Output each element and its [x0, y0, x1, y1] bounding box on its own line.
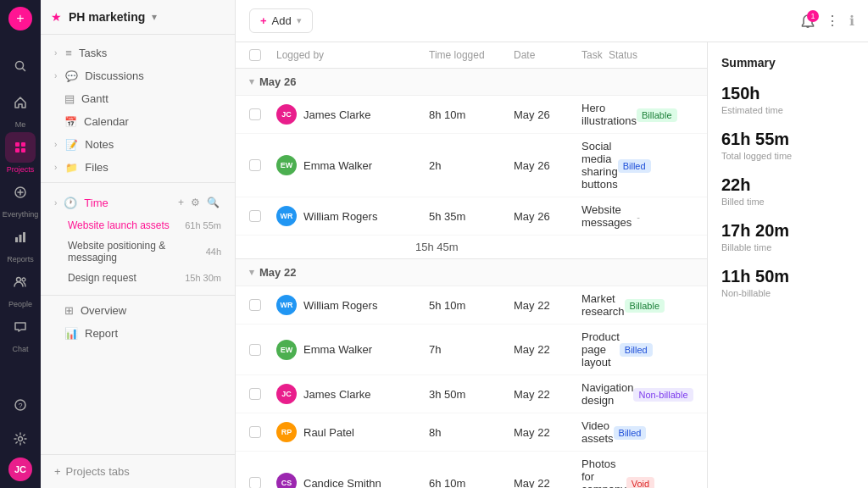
sidebar-item-discussions[interactable]: › 💬 Discussions: [41, 64, 235, 87]
people-icon[interactable]: [5, 267, 36, 297]
time-logged: 7h: [429, 343, 514, 356]
projects-icon[interactable]: [5, 132, 36, 163]
toolbar: + Add ▾ 1 ⋮ ℹ: [236, 0, 868, 42]
date: May 22: [514, 299, 581, 312]
user-avatar: WR: [276, 295, 297, 315]
col-checkbox: [249, 49, 276, 61]
svg-rect-4: [15, 148, 19, 152]
sidebar-item-gantt[interactable]: ▤ Gantt: [41, 87, 235, 110]
user-cell: EW Emma Walker: [276, 155, 429, 175]
notification-wrapper[interactable]: 1: [800, 14, 815, 29]
table-row[interactable]: JC James Clarke 3h 50m May 22 Navigation…: [236, 375, 707, 413]
row-checkbox[interactable]: [249, 388, 276, 400]
row-checkbox[interactable]: [249, 426, 276, 438]
add-button[interactable]: + Add ▾: [249, 8, 313, 33]
home-icon[interactable]: [5, 87, 36, 118]
add-projects-tabs-button[interactable]: + Projects tabs: [54, 465, 221, 478]
time-add-icon[interactable]: +: [176, 195, 186, 210]
row-checkbox[interactable]: [249, 108, 276, 120]
svg-point-10: [17, 278, 21, 282]
sidebar-item-overview[interactable]: ⊞ Overview: [41, 299, 235, 322]
row-checkbox[interactable]: [249, 299, 276, 311]
row-checkbox[interactable]: [249, 477, 276, 488]
user-avatar: JC: [276, 104, 297, 125]
user-cell: WR William Rogers: [276, 206, 429, 226]
user-cell: RP Raul Patel: [276, 422, 429, 442]
status-badge: Billed: [620, 343, 653, 357]
add-label: Add: [272, 14, 292, 27]
task: Market research: [581, 292, 625, 318]
row-checkbox[interactable]: [249, 210, 276, 222]
time-filter-icon[interactable]: ⚙: [189, 195, 202, 210]
summary-title: Summary: [721, 56, 854, 69]
me-label: Me: [15, 120, 26, 129]
table-row[interactable]: EW Emma Walker 2h May 26 Social media sh…: [236, 134, 707, 197]
status-badge: Billable: [637, 108, 676, 122]
table-row[interactable]: WR William Rogers 5h 10m May 22 Market r…: [236, 286, 707, 324]
table-row[interactable]: WR William Rogers 5h 35m May 26 Website …: [236, 197, 707, 236]
table-row[interactable]: EW Emma Walker 7h May 22 Product page la…: [236, 324, 707, 375]
time-header-left: › 🕐 Time: [54, 197, 108, 209]
table-row[interactable]: JC James Clarke 8h 10m May 26 Hero illus…: [236, 96, 707, 134]
group-total-may26: 15h 45m: [236, 236, 707, 259]
chat-icon[interactable]: [5, 312, 36, 342]
sidebar: ★ PH marketing ▾ › ≡ Tasks › 💬 Discussio…: [41, 0, 236, 488]
everything-label: Everything: [3, 210, 39, 219]
sidebar-item-files[interactable]: › 📁 Files: [41, 156, 235, 179]
svg-rect-7: [15, 237, 18, 242]
sidebar-item-tasks[interactable]: › ≡ Tasks: [41, 42, 235, 64]
info-icon[interactable]: ℹ: [849, 13, 854, 29]
everything-icon[interactable]: [5, 177, 36, 208]
help-icon[interactable]: ?: [5, 390, 36, 420]
summary-label: Total logged time: [721, 151, 854, 161]
time-header[interactable]: › 🕐 Time + ⚙ 🔍: [41, 190, 235, 215]
user-avatar[interactable]: JC: [8, 458, 32, 481]
calendar-icon: 📅: [64, 116, 77, 128]
sidebar-item-report[interactable]: 📊 Report: [41, 322, 235, 345]
add-plus-icon: +: [260, 14, 267, 27]
user-name: Raul Patel: [303, 426, 354, 439]
time-sub-item-website-launch[interactable]: Website launch assets 61h 55m: [41, 215, 235, 236]
status-badge: Void: [626, 477, 654, 489]
time-sub-item-website-positioning[interactable]: Website positioning & messaging 44h: [41, 236, 235, 268]
calendar-label: Calendar: [84, 115, 129, 128]
user-name: William Rogers: [303, 210, 377, 223]
sidebar-header[interactable]: ★ PH marketing ▾: [41, 0, 235, 35]
search-icon[interactable]: [5, 51, 36, 81]
files-icon: 📁: [65, 162, 78, 174]
notes-chevron: ›: [54, 140, 57, 149]
tasks-icon: ≡: [65, 47, 72, 59]
discussions-icon: 💬: [65, 70, 78, 82]
table-body: ▾May 26 JC James Clarke 8h 10m May 26 He…: [236, 69, 707, 488]
summary-item-4: 11h 50m Non-billable: [721, 266, 854, 298]
group-header-may22[interactable]: ▾May 22: [236, 259, 707, 286]
status-badge: Billed: [618, 159, 651, 173]
time-logged: 2h: [429, 159, 514, 172]
svg-text:?: ?: [19, 402, 23, 410]
more-menu-icon[interactable]: ⋮: [826, 13, 839, 29]
time-search-icon[interactable]: 🔍: [205, 195, 221, 210]
sidebar-item-notes[interactable]: › 📝 Notes: [41, 133, 235, 156]
time-sub-item-design-request[interactable]: Design request 15h 30m: [41, 268, 235, 288]
table-row[interactable]: CS Candice Smithn 6h 10m May 22 Photos f…: [236, 452, 707, 488]
status-badge: Billed: [614, 426, 647, 440]
star-icon: ★: [51, 10, 62, 24]
user-name: James Clarke: [303, 108, 370, 121]
header-checkbox[interactable]: [249, 49, 261, 61]
user-cell: WR William Rogers: [276, 295, 429, 315]
date: May 26: [514, 210, 581, 223]
group-header-may26[interactable]: ▾May 26: [236, 69, 707, 96]
row-checkbox[interactable]: [249, 159, 276, 171]
sidebar-item-calendar[interactable]: 📅 Calendar: [41, 110, 235, 133]
status: Billable: [625, 299, 707, 312]
report-label: Report: [85, 327, 118, 340]
tasks-label: Tasks: [79, 47, 107, 59]
reports-icon[interactable]: [5, 222, 36, 252]
user-avatar: RP: [276, 422, 297, 442]
date: May 22: [514, 388, 581, 401]
global-add-button[interactable]: +: [8, 7, 32, 30]
table-row[interactable]: RP Raul Patel 8h May 22 Video assets Bil…: [236, 413, 707, 452]
settings-icon[interactable]: [5, 424, 36, 454]
row-checkbox[interactable]: [249, 344, 276, 356]
date: May 26: [514, 159, 581, 172]
